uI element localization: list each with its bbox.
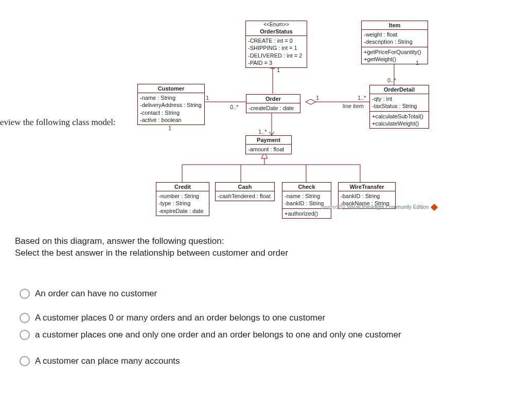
watermark-right: Visual Paradigm Community Edition (347, 204, 429, 210)
class-orderdetail: OrderDetail -qty : int -taxStatus : Stri… (369, 85, 429, 129)
class-title: Order (246, 95, 300, 103)
watermark: owered By Visual Paradigm Community Edit… (321, 204, 437, 210)
option-b-text: A customer places 0 or many orders and a… (35, 312, 325, 324)
op: +getPriceForQuantity() (364, 48, 425, 56)
prompt-line1: Based on this diagram, answer the follow… (15, 236, 288, 247)
enum-val: -DELIVERED : int = 2 (248, 52, 305, 59)
mult-1: 1 (168, 125, 171, 131)
radio-icon[interactable] (20, 313, 30, 323)
class-item: Item -weight : float -description : Stri… (361, 21, 428, 64)
class-title: Item (362, 21, 428, 30)
vp-logo-icon (431, 204, 438, 211)
question-prompt: Based on this diagram, answer the follow… (15, 236, 288, 259)
mult-1star: 1..* (258, 129, 267, 135)
class-title: Customer (138, 84, 204, 93)
attr: -type : String (158, 200, 207, 207)
class-title: OrderStatus (246, 27, 307, 36)
answer-options: An order can have no customer A customer… (20, 288, 483, 380)
radio-icon[interactable] (20, 330, 30, 340)
class-payment: Payment -amount : float (245, 135, 292, 154)
option-d-text: A customer can place many accounts (35, 355, 180, 367)
op: +calculateWeight() (372, 120, 427, 127)
mult-0star: 0..* (387, 77, 396, 83)
attr: -amount : float (248, 146, 289, 153)
op: +authorized() (285, 210, 329, 217)
attr: -name : String (285, 192, 329, 200)
mult-0star: 0..* (230, 104, 239, 110)
class-check: Check -name : String -bankID : String +a… (282, 182, 331, 219)
class-orderstatus: <<Enum>> OrderStatus -CREATE : int = 0 -… (245, 21, 307, 68)
class-order: Order -createDate : date (246, 94, 300, 113)
class-title: Credit (156, 183, 209, 191)
option-a-text: An order can have no customer (35, 288, 157, 300)
attr: -weight : float (364, 31, 425, 38)
attr: -expireDate : date (158, 207, 207, 215)
option-d[interactable]: A customer can place many accounts (20, 355, 483, 367)
enum-val: -SHIPPING : int = 1 (248, 44, 305, 51)
class-title: WireTransfer (339, 183, 395, 191)
class-title: OrderDetail (370, 85, 429, 94)
enum-val: -PAID = 3 (248, 59, 305, 66)
enum-val: -CREATE : int = 0 (248, 37, 305, 44)
prompt-line2: Select the best answer in the relationsh… (15, 247, 288, 259)
attr: -number : String (158, 192, 207, 200)
stereotype: <<Enum>> (246, 21, 307, 27)
watermark-left: owered By (321, 204, 345, 210)
class-title: Check (282, 183, 331, 191)
mult-1star: 1..* (358, 95, 366, 101)
option-a[interactable]: An order can have no customer (20, 288, 483, 300)
attr: -active : boolean (140, 116, 202, 123)
role-line-item: line item (343, 103, 364, 109)
attr: -createDate : date (249, 104, 298, 112)
attr: -qty : int (372, 95, 427, 102)
mult-1: 1 (316, 95, 319, 101)
attr: -description : String (364, 38, 425, 45)
option-c[interactable]: a customer places one and only one order… (20, 329, 483, 341)
attr: -deliveryAddress : String (140, 101, 202, 109)
attr: -taxStatus : String (372, 102, 427, 110)
mult-1: 1 (416, 60, 419, 66)
mult-1: 1 (277, 67, 280, 73)
attr: -name : String (140, 94, 202, 101)
radio-icon[interactable] (20, 356, 30, 366)
class-title: Cash (216, 183, 274, 191)
op: +calculateSubTotal() (372, 113, 427, 120)
attr: -contact : String (140, 109, 202, 116)
attr: -bankID : String (341, 192, 393, 200)
radio-icon[interactable] (20, 289, 30, 299)
class-credit: Credit -number : String -type : String -… (156, 182, 209, 216)
intro-text: eview the following class model: (0, 117, 116, 128)
mult-1: 1 (206, 95, 209, 101)
class-cash: Cash -cashTendered : float (215, 182, 275, 201)
option-b[interactable]: A customer places 0 or many orders and a… (20, 312, 483, 324)
option-c-text: a customer places one and only one order… (35, 329, 401, 341)
class-customer: Customer -name : String -deliveryAddress… (137, 84, 205, 125)
attr: -cashTendered : float (218, 192, 272, 200)
class-title: Payment (246, 136, 291, 145)
svg-marker-5 (306, 99, 316, 104)
